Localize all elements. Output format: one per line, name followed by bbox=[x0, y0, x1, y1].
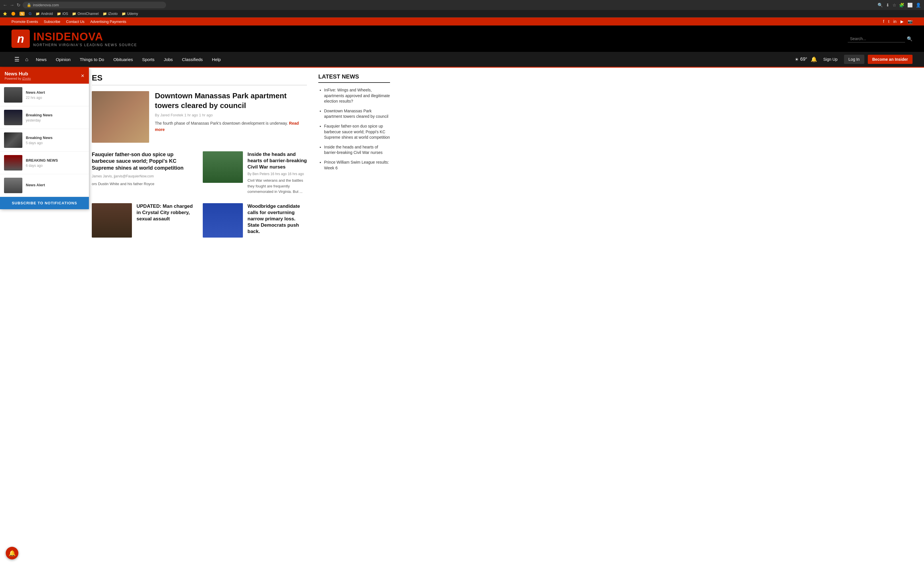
news-hub-item[interactable]: News Alert 22 hrs ago bbox=[0, 84, 89, 106]
search-input[interactable] bbox=[848, 35, 905, 42]
featured-article-description: The fourth phase of Manassas Park's down… bbox=[155, 120, 307, 133]
nav-news[interactable]: News bbox=[31, 53, 52, 66]
signup-button[interactable]: Sign Up bbox=[821, 55, 841, 63]
article-meta-civilwar: By Ben Peters 16 hrs ago 16 hrs ago bbox=[247, 172, 307, 176]
nav-sports[interactable]: Sports bbox=[138, 53, 159, 66]
browser-actions: 🔍 ⬇ ☆ 🧩 ⬜ 👤 bbox=[877, 3, 921, 8]
promote-events-link[interactable]: Promote Events bbox=[12, 20, 38, 24]
article-excerpt-fauquier: ors Dustin White and his father Royce bbox=[92, 181, 196, 187]
featured-article-image bbox=[92, 91, 149, 143]
bookmark-hubspot[interactable]: 🟠 bbox=[11, 12, 15, 16]
news-hub-popup: News Hub Powered by iZooto × News Alert … bbox=[0, 68, 89, 209]
news-hub-items: News Alert 22 hrs ago Breaking News yest… bbox=[0, 84, 89, 197]
sidebar-list-item-0[interactable]: InFive: Wings and Wheels, apartments app… bbox=[324, 88, 390, 104]
insider-button[interactable]: Become an Insider bbox=[868, 55, 913, 64]
featured-article[interactable]: Downtown Manassas Park apartment towers … bbox=[92, 91, 307, 143]
article-title-civilwar[interactable]: Inside the heads and hearts of barrier-b… bbox=[247, 151, 307, 170]
extension-icon[interactable]: 🧩 bbox=[899, 3, 904, 8]
sidebar-list: InFive: Wings and Wheels, apartments app… bbox=[318, 88, 390, 171]
bottom-article-image-woodbridge bbox=[203, 203, 243, 237]
advertising-link[interactable]: Advertising Payments bbox=[90, 20, 126, 24]
bookmark-n[interactable]: N bbox=[20, 12, 25, 16]
sidebar-list-item-4[interactable]: Prince William Swim League results: Week… bbox=[324, 160, 390, 171]
bookmark-izooto[interactable]: 📁 iZooto bbox=[103, 12, 118, 16]
nav-jobs[interactable]: Jobs bbox=[159, 53, 177, 66]
news-hub-item[interactable]: Breaking News yesterday bbox=[0, 106, 89, 129]
forward-button[interactable]: → bbox=[10, 3, 14, 8]
bottom-article-crystalcity[interactable]: UPDATED: Man charged in Crystal City rob… bbox=[92, 203, 196, 237]
hamburger-menu[interactable]: ☰ bbox=[12, 52, 23, 67]
zoom-icon[interactable]: 🔍 bbox=[877, 3, 883, 8]
bottom-article-title-crystalcity[interactable]: UPDATED: Man charged in Crystal City rob… bbox=[136, 203, 196, 222]
news-hub-close-button[interactable]: × bbox=[81, 73, 84, 79]
news-hub-item[interactable]: BREAKING NEWS 6 days ago bbox=[0, 152, 89, 174]
reload-button[interactable]: ↻ bbox=[17, 2, 20, 8]
nav-help[interactable]: Help bbox=[208, 53, 226, 66]
logo-title-red: NOVA bbox=[71, 31, 103, 43]
twitter-icon[interactable]: t bbox=[888, 19, 889, 24]
news-hub-category: Breaking News bbox=[26, 113, 85, 117]
nav-obituaries[interactable]: Obituaries bbox=[109, 53, 137, 66]
profile-icon[interactable]: 👤 bbox=[916, 3, 921, 8]
login-button[interactable]: Log In bbox=[844, 55, 864, 64]
logo-box: n bbox=[12, 30, 30, 48]
sidebar-list-item-2[interactable]: Fauquier father-son duo spice up barbecu… bbox=[324, 124, 390, 140]
bookmark-google[interactable]: G bbox=[29, 12, 32, 16]
featured-author: By Jared Foretek bbox=[155, 113, 183, 117]
article-card-civilwar[interactable]: Inside the heads and hearts of barrier-b… bbox=[203, 151, 307, 195]
section-header: ES bbox=[92, 73, 307, 85]
facebook-icon[interactable]: f bbox=[883, 19, 884, 24]
download-icon[interactable]: ⬇ bbox=[886, 3, 889, 8]
window-icon[interactable]: ⬜ bbox=[907, 3, 913, 8]
nav-opinion[interactable]: Opinion bbox=[51, 53, 75, 66]
article-card-fauquier[interactable]: Fauquier father-son duo spice up barbecu… bbox=[92, 151, 196, 195]
articles-grid: Fauquier father-son duo spice up barbecu… bbox=[92, 151, 307, 195]
nav-things-to-do[interactable]: Things to Do bbox=[75, 53, 109, 66]
news-hub-item[interactable]: News Alert bbox=[0, 174, 89, 197]
home-icon[interactable]: ⌂ bbox=[23, 53, 31, 66]
nav-classifieds[interactable]: Classifieds bbox=[177, 53, 208, 66]
bottom-article-woodbridge[interactable]: Woodbridge candidate calls for overturni… bbox=[203, 203, 307, 237]
folder-icon: 📁 bbox=[72, 12, 76, 16]
sidebar-list-item-1[interactable]: Downtown Manassas Park apartment towers … bbox=[324, 108, 390, 119]
bookmark-android[interactable]: 📁 Android bbox=[36, 12, 53, 16]
bookmark-udemy[interactable]: 📁 Udemy bbox=[121, 12, 138, 16]
notification-bell[interactable]: 🔔 bbox=[811, 56, 817, 62]
bottom-article-title-woodbridge[interactable]: Woodbridge candidate calls for overturni… bbox=[247, 203, 307, 235]
featured-article-meta: By Jared Foretek 1 hr ago 1 hr ago bbox=[155, 113, 307, 117]
news-hub-time: 5 days ago bbox=[26, 141, 85, 145]
search-button[interactable]: 🔍 bbox=[907, 36, 912, 42]
site-header: n INSIDENOVA NORTHERN VIRGINIA'S LEADING… bbox=[0, 26, 924, 52]
bottom-article-image-inner bbox=[203, 203, 243, 237]
logo-area[interactable]: n INSIDENOVA NORTHERN VIRGINIA'S LEADING… bbox=[12, 30, 137, 48]
subscribe-notifications-button[interactable]: SUBSCRIBE TO NOTIFICATIONS bbox=[0, 197, 89, 209]
izooto-link[interactable]: iZooto bbox=[22, 77, 31, 80]
powered-label: Powered by bbox=[5, 77, 22, 80]
sidebar-list-item-3[interactable]: Inside the heads and hearts of barrier-b… bbox=[324, 144, 390, 156]
star-icon[interactable]: ☆ bbox=[892, 3, 896, 8]
news-hub-item[interactable]: Breaking News 5 days ago bbox=[0, 129, 89, 152]
instagram-icon[interactable]: 📷 bbox=[908, 19, 912, 24]
subscribe-link[interactable]: Subscribe bbox=[44, 20, 61, 24]
section-header-text: ES bbox=[92, 73, 102, 82]
utility-links: Promote Events Subscribe Contact Us Adve… bbox=[12, 20, 126, 24]
news-hub-category: News Alert bbox=[26, 90, 85, 95]
logo-title-black: INSIDE bbox=[33, 31, 71, 43]
bookmark-omnichannel[interactable]: 📁 OmniChannel bbox=[72, 12, 98, 16]
featured-article-text: Downtown Manassas Park apartment towers … bbox=[155, 91, 307, 143]
back-button[interactable]: ← bbox=[3, 3, 8, 8]
logo-subtitle: NORTHERN VIRGINIA'S LEADING NEWS SOURCE bbox=[33, 43, 137, 47]
bookmark-ios[interactable]: 📁 iOS bbox=[57, 12, 68, 16]
main-wrapper: News Hub Powered by iZooto × News Alert … bbox=[0, 68, 924, 243]
featured-article-title[interactable]: Downtown Manassas Park apartment towers … bbox=[155, 91, 307, 110]
article-desc-civilwar: Civil War veterans and the battles they … bbox=[247, 178, 307, 195]
bookmarks-star-icon: ⭐ bbox=[3, 12, 7, 16]
contact-us-link[interactable]: Contact Us bbox=[66, 20, 84, 24]
weather-widget: ☀ 69° bbox=[795, 57, 807, 62]
address-bar[interactable]: 🔒 insidenova.com bbox=[23, 2, 166, 8]
youtube-icon[interactable]: ▶ bbox=[900, 19, 904, 24]
linkedin-icon[interactable]: in bbox=[893, 19, 897, 24]
news-hub-info: BREAKING NEWS 6 days ago bbox=[26, 158, 85, 168]
news-hub-powered: Powered by iZooto bbox=[5, 77, 31, 80]
logo-text: INSIDENOVA NORTHERN VIRGINIA'S LEADING N… bbox=[33, 31, 137, 47]
